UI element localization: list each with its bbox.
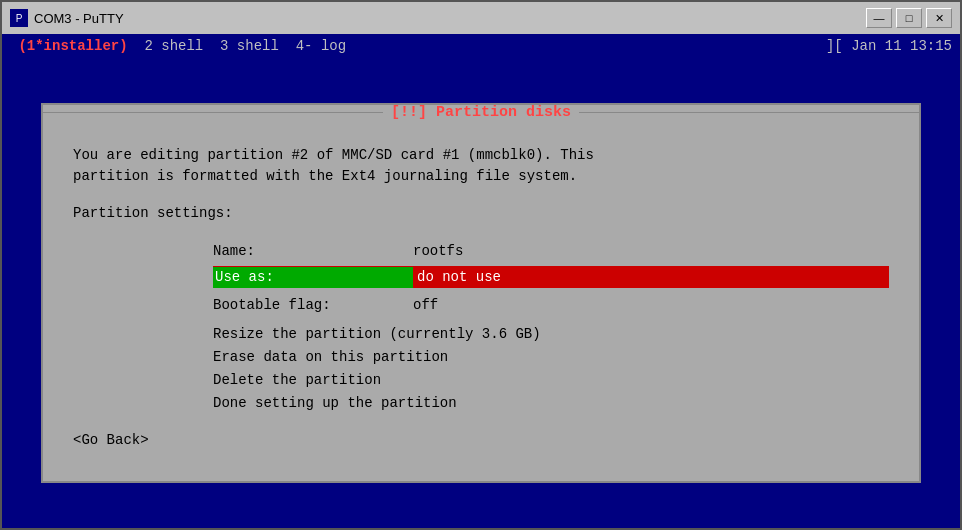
go-back-label: <Go Back> bbox=[73, 432, 149, 448]
dialog-desc-line1: You are editing partition #2 of MMC/SD c… bbox=[73, 145, 889, 166]
app-icon: P bbox=[10, 9, 28, 27]
settings-key-bootable: Bootable flag: bbox=[213, 295, 413, 316]
settings-value-name: rootfs bbox=[413, 241, 463, 262]
settings-key-name: Name: bbox=[213, 241, 413, 262]
settings-row-useas[interactable]: Use as: do not use bbox=[213, 266, 889, 288]
tab-shell-3[interactable]: 3 shell bbox=[212, 38, 288, 54]
close-button[interactable]: ✕ bbox=[926, 8, 952, 28]
title-bar: P COM3 - PuTTY — □ ✕ bbox=[2, 2, 960, 34]
tab-installer[interactable]: (1*installer) bbox=[10, 38, 136, 54]
datetime-label: ][ bbox=[826, 38, 851, 54]
dialog-title-line-left bbox=[43, 112, 383, 113]
settings-key-useas: Use as: bbox=[213, 267, 413, 288]
partition-dialog: [!!] Partition disks You are editing par… bbox=[41, 103, 921, 483]
title-bar-controls: — □ ✕ bbox=[866, 8, 952, 28]
title-bar-left: P COM3 - PuTTY bbox=[10, 9, 124, 27]
dialog-desc-line2: partition is formatted with the Ext4 jou… bbox=[73, 166, 889, 187]
app-icon-letter: P bbox=[16, 13, 23, 24]
go-back-button[interactable]: <Go Back> bbox=[73, 430, 889, 451]
dialog-body: You are editing partition #2 of MMC/SD c… bbox=[73, 145, 889, 451]
maximize-button[interactable]: □ bbox=[896, 8, 922, 28]
putty-window: P COM3 - PuTTY — □ ✕ (1*installer) 2 she… bbox=[0, 0, 962, 530]
tab-log-4[interactable]: 4- log bbox=[287, 38, 354, 54]
settings-row-name[interactable]: Name: rootfs bbox=[213, 240, 889, 262]
dialog-title-line-right bbox=[579, 112, 919, 113]
datetime-value: Jan 11 13:15 bbox=[851, 38, 952, 54]
window-title: COM3 - PuTTY bbox=[34, 11, 124, 26]
settings-label: Partition settings: bbox=[73, 203, 889, 224]
menu-item-delete[interactable]: Delete the partition bbox=[213, 370, 889, 391]
settings-row-bootable[interactable]: Bootable flag: off bbox=[213, 294, 889, 316]
settings-value-bootable: off bbox=[413, 295, 438, 316]
dialog-title-bar: [!!] Partition disks bbox=[43, 104, 919, 121]
terminal-area: [!!] Partition disks You are editing par… bbox=[2, 58, 960, 528]
tab-bar: (1*installer) 2 shell 3 shell 4- log ][ … bbox=[2, 34, 960, 58]
settings-value-useas: do not use bbox=[413, 267, 505, 288]
settings-table: Name: rootfs Use as: do not use Bootable… bbox=[213, 240, 889, 316]
menu-items: Resize the partition (currently 3.6 GB) … bbox=[213, 324, 889, 414]
minimize-button[interactable]: — bbox=[866, 8, 892, 28]
tab-bar-left: (1*installer) 2 shell 3 shell 4- log bbox=[10, 38, 355, 54]
menu-item-done[interactable]: Done setting up the partition bbox=[213, 393, 889, 414]
tab-shell-2[interactable]: 2 shell bbox=[136, 38, 212, 54]
menu-item-erase[interactable]: Erase data on this partition bbox=[213, 347, 889, 368]
menu-item-resize[interactable]: Resize the partition (currently 3.6 GB) bbox=[213, 324, 889, 345]
tab-bar-datetime: ][ Jan 11 13:15 bbox=[826, 38, 952, 54]
dialog-title: [!!] Partition disks bbox=[383, 104, 579, 121]
dialog-description: You are editing partition #2 of MMC/SD c… bbox=[73, 145, 889, 187]
